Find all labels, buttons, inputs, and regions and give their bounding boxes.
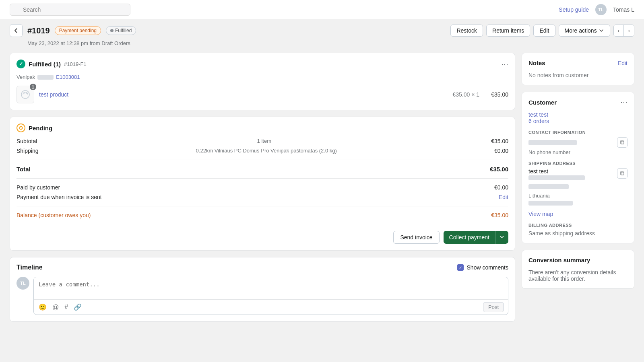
due-row: Payment due when invoice is sent Edit	[17, 194, 508, 200]
addr-blur-2	[528, 184, 569, 189]
addr-blur-3	[528, 201, 573, 206]
notes-card: Notes Edit No notes from customer	[522, 53, 634, 85]
fulfilled-order-tag: #1019-F1	[64, 61, 87, 67]
tracking-blur	[37, 75, 54, 80]
subtotal-value: €35.00	[491, 138, 508, 144]
comment-area: TL 🙂 @ # 🔗 Post	[17, 277, 508, 315]
shipping-row: Shipping 0.22km Vilniaus PC Domus Pro Ve…	[17, 148, 508, 154]
tracking-link[interactable]: E1003081	[56, 74, 80, 80]
subtotal-row: Subtotal 1 item €35.00	[17, 138, 508, 144]
return-items-button[interactable]: Return items	[486, 25, 530, 37]
notes-header: Notes Edit	[528, 60, 627, 66]
total-row: Total €35.00	[17, 166, 508, 173]
product-price: €35.00 × 1	[452, 91, 479, 98]
back-button[interactable]	[10, 24, 23, 37]
shipping-name: test test	[528, 168, 585, 175]
hashtag-button[interactable]: #	[64, 303, 69, 312]
divider-3	[17, 206, 508, 206]
balance-row: Balance (customer owes you) €35.00	[17, 212, 508, 218]
svg-line-4	[26, 93, 27, 94]
show-comments-checkbox[interactable]: ✓	[457, 264, 464, 271]
back-icon	[13, 27, 19, 34]
order-subtitle: May 23, 2022 at 12:38 pm from Draft Orde…	[18, 40, 644, 53]
prev-order-button[interactable]: ‹	[614, 25, 624, 36]
balance-label: Balance (customer owes you)	[17, 212, 91, 218]
copy-address-button[interactable]	[617, 168, 627, 179]
tracking-row: Venipak E1003081	[17, 74, 508, 80]
restock-button[interactable]: Restock	[450, 25, 483, 37]
view-map-link[interactable]: View map	[528, 211, 553, 217]
addr-blur-1	[528, 175, 585, 180]
product-image: 1	[17, 86, 34, 103]
emoji-button[interactable]: 🙂	[38, 302, 47, 312]
shipping-line1	[528, 175, 585, 183]
customer-name-link[interactable]: test test	[528, 111, 627, 118]
payment-action-row: Send invoice Collect payment	[17, 225, 508, 244]
product-name-link[interactable]: test product	[39, 91, 448, 98]
shipping-label: Shipping	[17, 148, 39, 154]
contact-section-label: Contact information	[528, 130, 627, 135]
customer-card: Customer ⋯ test test 6 orders Contact in…	[522, 92, 634, 243]
link-button[interactable]: 🔗	[73, 302, 83, 312]
collect-payment-dropdown[interactable]	[495, 231, 508, 244]
svg-rect-9	[621, 172, 624, 175]
fulfilled-card: ✓ Fulfilled (1) #1019-F1 ⋯ Venipak E1003…	[10, 53, 515, 110]
fulfilled-card-title: ✓ Fulfilled (1) #1019-F1	[17, 60, 87, 68]
comment-toolbar: 🙂 @ # 🔗 Post	[34, 299, 508, 315]
send-invoice-button[interactable]: Send invoice	[393, 231, 439, 244]
main-column: ✓ Fulfilled (1) #1019-F1 ⋯ Venipak E1003…	[10, 53, 515, 322]
search-input[interactable]	[10, 4, 130, 16]
copy-address-icon	[620, 171, 625, 176]
balance-value: €35.00	[491, 212, 508, 218]
billing-section-label: Billing address	[528, 223, 627, 228]
next-order-button[interactable]: ›	[624, 25, 634, 36]
product-icon	[20, 89, 31, 100]
conversion-header: Conversion summary	[528, 257, 627, 263]
copy-icon	[620, 140, 625, 145]
contact-email-blur	[528, 140, 577, 145]
shipping-section-label: Shipping address	[528, 161, 627, 166]
copy-email-button[interactable]	[617, 137, 627, 148]
conversion-card: Conversion summary There aren't any conv…	[522, 250, 634, 289]
mention-button[interactable]: @	[52, 303, 60, 312]
due-label: Payment due when invoice is sent	[17, 194, 102, 200]
total-value: €35.00	[490, 166, 508, 173]
payment-pending-badge: Payment pending	[55, 26, 101, 35]
timeline-header: Timeline ✓ Show comments	[17, 264, 508, 271]
fulfilled-badge: Fulfilled	[106, 26, 136, 35]
paid-label: Paid by customer	[17, 184, 60, 191]
collect-payment-button[interactable]: Collect payment	[444, 231, 495, 244]
svg-rect-8	[621, 141, 624, 144]
pagination-arrows: ‹ ›	[613, 25, 634, 37]
contact-row	[528, 137, 627, 148]
comment-input[interactable]	[34, 277, 508, 298]
fulfilled-menu-button[interactable]: ⋯	[501, 60, 508, 68]
divider-1	[17, 160, 508, 160]
customer-menu-button[interactable]: ⋯	[620, 99, 627, 106]
chevron-down-icon	[599, 28, 604, 33]
show-comments-label: Show comments	[467, 264, 508, 271]
edit-button[interactable]: Edit	[533, 25, 555, 37]
more-actions-button[interactable]: More actions	[559, 25, 610, 37]
pending-icon	[17, 123, 25, 132]
shipping-line2	[528, 183, 585, 192]
fulfilled-icon: ✓	[17, 60, 25, 68]
fulfilled-card-header: ✓ Fulfilled (1) #1019-F1 ⋯	[17, 60, 508, 68]
user-name: Tomas L	[613, 6, 634, 13]
product-total: €35.00	[484, 91, 508, 98]
search-wrapper	[10, 4, 130, 16]
paid-row: Paid by customer €0.00	[17, 184, 508, 191]
no-notes-text: No notes from customer	[528, 72, 588, 78]
svg-point-2	[21, 90, 29, 99]
no-phone-text: No phone number	[528, 149, 627, 155]
user-avatar[interactable]: TL	[595, 4, 607, 15]
pending-card: Pending Subtotal 1 item €35.00 Shipping …	[10, 117, 515, 251]
setup-guide-link[interactable]: Setup guide	[559, 6, 589, 13]
due-edit-link[interactable]: Edit	[499, 194, 508, 200]
svg-line-7	[21, 128, 22, 128]
side-column: Notes Edit No notes from customer Custom…	[522, 53, 634, 322]
customer-orders-link[interactable]: 6 orders	[528, 118, 627, 124]
post-button[interactable]: Post	[483, 302, 504, 312]
notes-edit-link[interactable]: Edit	[618, 60, 627, 66]
product-qty-badge: 1	[30, 84, 36, 90]
